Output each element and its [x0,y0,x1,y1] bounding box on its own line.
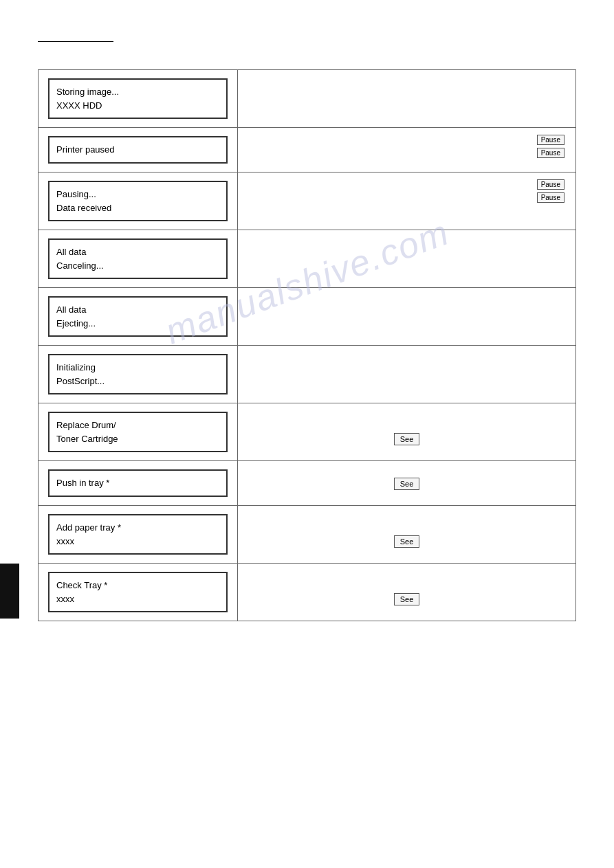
row-push-tray: Push in tray * See [39,461,576,506]
lcd-cell-check-tray: Check Tray * xxxx [39,564,238,621]
lcd-box-push-tray: Push in tray * [48,469,228,497]
lcd-cell-push-tray: Push in tray * [39,461,238,506]
lcd-line1-storing: Storing image... [56,85,219,99]
row-add-paper: Add paper tray * xxxx See [39,506,576,564]
lcd-line2-init: PostScript... [56,375,219,388]
right-cell-pausing: Pause Pause [238,173,576,230]
right-cell-add-paper: See [238,506,576,564]
lcd-line1-push-tray: Push in tray * [56,476,219,490]
pause-buttons-group2: Pause Pause [537,179,564,203]
row-pausing: Pausing... Data received Pause Pause [39,173,576,230]
pause-button-3[interactable]: Pause [537,179,564,190]
pause-buttons-group: Pause Pause [537,135,564,158]
lcd-cell-init: Initializing PostScript... [39,346,238,403]
lcd-box-add-paper: Add paper tray * xxxx [48,514,228,555]
lcd-line1-drum: Replace Drum/ [56,419,219,432]
lcd-line2-ejecting: Ejecting... [56,317,219,331]
lcd-cell-ejecting: All data Ejecting... [39,288,238,346]
see-btn-container-push-tray: See [238,443,575,498]
right-cell-canceling [238,230,576,288]
lcd-box-check-tray: Check Tray * xxxx [48,572,228,612]
lcd-line2-storing: XXXX HDD [56,99,219,113]
page-container: manualshive.com Storing image... XXXX HD… [0,0,614,649]
lcd-box-ejecting: All data Ejecting... [48,296,228,337]
lcd-line2-add-paper: xxxx [56,535,219,548]
lcd-box-init: Initializing PostScript... [48,354,228,394]
right-cell-init [238,346,576,403]
right-cell-check-tray: See [238,564,576,621]
see-button-add-paper[interactable]: See [394,535,420,548]
lcd-line1-check-tray: Check Tray * [56,579,219,592]
row-check-tray: Check Tray * xxxx See [39,564,576,621]
top-line-decoration [38,41,113,42]
see-btn-container-check-tray: See [238,559,575,614]
lcd-line2-drum: Toner Cartridge [56,432,219,446]
right-cell-push-tray: See [238,461,576,506]
row-storing: Storing image... XXXX HDD [39,70,576,128]
see-button-push-tray[interactable]: See [394,478,420,490]
lcd-line1-canceling: All data [56,245,219,259]
lcd-cell-pausing: Pausing... Data received [39,173,238,230]
lcd-box-canceling: All data Canceling... [48,238,228,279]
right-cell-ejecting [238,288,576,346]
right-cell-storing [238,70,576,128]
lcd-line1-init: Initializing [56,361,219,375]
lcd-box-drum: Replace Drum/ Toner Cartridge [48,412,228,452]
row-printer-paused: Printer paused Pause Pause [39,128,576,173]
lcd-line2-canceling: Canceling... [56,259,219,273]
see-btn-container-add-paper: See [238,501,575,556]
lcd-box-paused: Printer paused [48,136,228,164]
lcd-line2-check-tray: xxxx [56,592,219,606]
left-tab [0,564,19,619]
see-button-check-tray[interactable]: See [394,593,420,605]
row-initializing: Initializing PostScript... [39,346,576,403]
lcd-line1-paused: Printer paused [56,143,219,157]
row-canceling: All data Canceling... [39,230,576,288]
lcd-cell-add-paper: Add paper tray * xxxx [39,506,238,564]
lcd-line1-pausing: Pausing... [56,188,219,201]
pause-button-4[interactable]: Pause [537,192,564,203]
row-ejecting: All data Ejecting... [39,288,576,346]
lcd-cell-storing: Storing image... XXXX HDD [39,70,238,128]
right-cell-paused: Pause Pause [238,128,576,173]
lcd-line1-add-paper: Add paper tray * [56,521,219,535]
lcd-box-storing: Storing image... XXXX HDD [48,78,228,119]
lcd-box-pausing: Pausing... Data received [48,181,228,221]
main-table: Storing image... XXXX HDD Printer paused… [38,69,576,621]
lcd-cell-paused: Printer paused [39,128,238,173]
lcd-cell-drum: Replace Drum/ Toner Cartridge [39,403,238,461]
lcd-line1-ejecting: All data [56,303,219,317]
pause-button-2[interactable]: Pause [537,148,564,158]
lcd-cell-canceling: All data Canceling... [39,230,238,288]
pause-button-1[interactable]: Pause [537,135,564,145]
lcd-line2-pausing: Data received [56,201,219,215]
